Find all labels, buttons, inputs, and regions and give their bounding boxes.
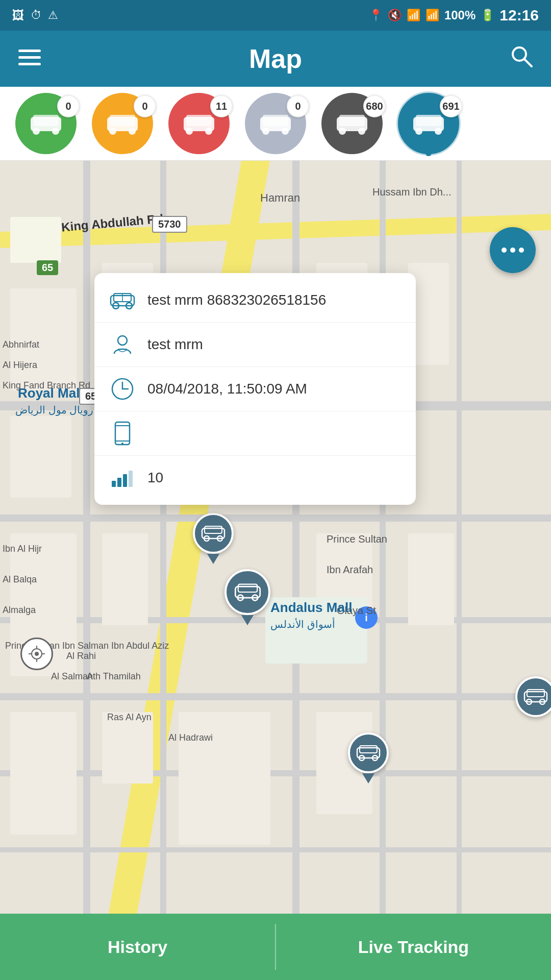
map-label-abhnirfat: Abhnirfat: [3, 339, 39, 350]
svg-point-94: [35, 652, 39, 656]
filter-gray-dark[interactable]: 680: [316, 93, 388, 154]
svg-point-19: [282, 128, 289, 135]
filter-red-badge: 11: [210, 95, 233, 117]
svg-point-6: [33, 128, 40, 135]
fab-more-button[interactable]: [490, 227, 536, 273]
svg-rect-74: [112, 481, 116, 487]
svg-point-23: [358, 128, 365, 135]
car-bubble-4: [515, 676, 551, 717]
car-marker-3[interactable]: [348, 732, 389, 783]
svg-rect-8: [33, 115, 59, 126]
car-marker-1[interactable]: [193, 513, 234, 564]
live-tracking-label: Live Tracking: [358, 937, 469, 957]
map-label-al-hadawi: Al Hadrawi: [168, 732, 213, 743]
svg-rect-50: [102, 533, 148, 625]
svg-rect-0: [18, 50, 41, 52]
road-badge-5730: 5730: [152, 216, 187, 233]
filter-green[interactable]: 0: [10, 93, 82, 154]
filter-gray-light-badge: 0: [287, 95, 309, 117]
map-label-al-balqa: Al Balqa: [3, 574, 37, 585]
live-tracking-tab[interactable]: Live Tracking: [276, 914, 551, 980]
car-bubble-2: [224, 569, 270, 615]
map-label-ras-al-ayn: Ras Al Ayn: [107, 712, 152, 723]
map-label-ath-thamilah: Ath Thamilah: [87, 671, 141, 682]
fab-dots-icon: [502, 248, 524, 253]
popup-car-icon: [110, 287, 135, 313]
map-label-hamran: Hamran: [260, 191, 300, 205]
map-label-al-salman: Al Salman: [51, 671, 93, 682]
svg-point-73: [121, 443, 123, 445]
svg-rect-89: [360, 746, 377, 753]
map-label-andalus-ar: أسواق الأندلس: [270, 618, 335, 630]
map-label-hussam: Hussam Ibn Dh...: [372, 186, 452, 198]
popup-driver-name: test mrm: [147, 336, 203, 353]
clock-icon: ⏱: [31, 9, 42, 22]
map-label-andalus-mall: Andalus Mall: [270, 600, 352, 616]
location-icon: 📍: [369, 9, 383, 22]
popup-signal-row: 10: [94, 456, 416, 500]
car-marker-4[interactable]: [515, 676, 551, 717]
status-bar: 🖼 ⏱ ⚠ 📍 🔇 📶 📶 100% 🔋 12:16: [0, 0, 551, 31]
popup-phone-icon: [110, 421, 135, 446]
filter-green-badge: 0: [57, 95, 80, 117]
map-area[interactable]: i King Abdullah Rd Hamran Hussam Ibn Dh.…: [0, 161, 551, 915]
svg-rect-55: [179, 712, 270, 845]
svg-rect-28: [416, 115, 441, 126]
svg-point-7: [52, 128, 59, 135]
car-marker-2[interactable]: [224, 569, 270, 625]
car-bubble-3: [348, 732, 389, 773]
svg-line-4: [524, 59, 532, 66]
filter-yellow[interactable]: 0: [87, 93, 158, 154]
app-header: Map: [0, 31, 551, 87]
map-label-royal-mall-ar: رويال مول الرياض: [15, 404, 93, 416]
svg-point-27: [435, 128, 442, 135]
signal-icon: 📶: [425, 9, 439, 22]
popup-vehicle-name: test mrm 868323026518156: [147, 292, 326, 308]
bottom-navigation: History Live Tracking: [0, 914, 551, 980]
battery-icon: 🔋: [481, 9, 494, 22]
my-location-button[interactable]: [20, 638, 53, 670]
menu-button[interactable]: [18, 47, 41, 70]
map-label-ibn-alhijr: Ibn Al Hijr: [3, 544, 42, 554]
time-label: 12:16: [499, 7, 539, 24]
svg-rect-57: [10, 217, 61, 263]
filter-teal[interactable]: 691: [393, 93, 464, 154]
popup-phone-row: [94, 411, 416, 456]
svg-rect-93: [527, 690, 544, 697]
svg-rect-16: [186, 115, 212, 126]
svg-rect-76: [123, 474, 127, 487]
svg-rect-24: [339, 115, 365, 126]
svg-point-11: [129, 128, 136, 135]
history-tab[interactable]: History: [0, 914, 275, 980]
svg-point-15: [205, 128, 212, 135]
wifi-icon: 📶: [407, 9, 420, 22]
car-tail-3: [362, 773, 374, 783]
vehicle-info-popup[interactable]: test mrm 868323026518156 test mrm 08/0: [94, 273, 416, 505]
page-title: Map: [249, 43, 302, 74]
road-badge-65-green: 65: [37, 260, 58, 275]
popup-driver-row: test mrm: [94, 323, 416, 367]
car-tail-2: [241, 615, 254, 625]
map-label-prince-sultan: Prince Sultan: [327, 533, 387, 545]
svg-rect-44: [10, 416, 71, 498]
filter-gray-dark-badge: 680: [363, 95, 386, 117]
search-button[interactable]: [510, 45, 533, 72]
svg-rect-2: [18, 63, 41, 65]
svg-point-18: [262, 128, 269, 135]
map-label-alhijera: Al Hijera: [3, 360, 37, 371]
svg-rect-52: [408, 533, 454, 625]
popup-signal-value: 10: [147, 470, 163, 486]
map-label-al-rahi: Al Rahi: [66, 651, 96, 662]
svg-rect-75: [117, 478, 121, 487]
popup-clock-icon: [110, 376, 135, 402]
warning-icon: ⚠: [48, 9, 58, 22]
filter-red[interactable]: 11: [163, 93, 235, 154]
status-right: 📍 🔇 📶 📶 100% 🔋 12:16: [369, 7, 539, 24]
popup-signal-icon: [110, 465, 135, 491]
popup-vehicle-row: test mrm 868323026518156: [94, 278, 416, 323]
svg-point-22: [339, 128, 346, 135]
svg-rect-1: [18, 56, 41, 59]
svg-rect-81: [205, 526, 222, 533]
popup-driver-icon: [110, 332, 135, 357]
filter-gray-light[interactable]: 0: [240, 93, 311, 154]
